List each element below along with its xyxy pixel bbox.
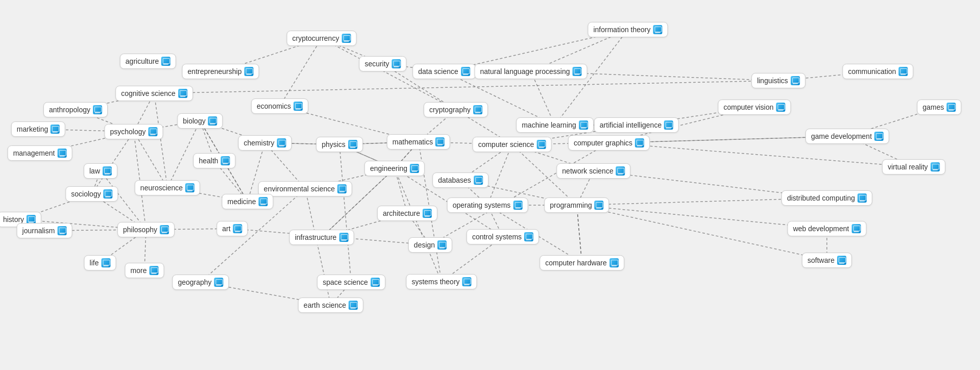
node-engineering[interactable]: engineering	[364, 161, 425, 176]
node-computer_vision[interactable]: computer vision	[718, 100, 791, 115]
node-programming[interactable]: programming	[544, 198, 609, 213]
node-databases[interactable]: databases	[432, 172, 488, 188]
node-icon-engineering	[410, 164, 419, 173]
svg-line-93	[339, 144, 351, 282]
node-label-geography: geography	[178, 278, 211, 286]
node-web_development[interactable]: web development	[788, 221, 867, 236]
node-health[interactable]: health	[193, 153, 235, 168]
node-medicine[interactable]: medicine	[222, 194, 273, 209]
node-icon-cryptography	[473, 105, 482, 114]
node-chemistry[interactable]: chemistry	[238, 135, 292, 151]
node-cryptocurrency[interactable]: cryptocurrency	[287, 31, 357, 46]
node-design[interactable]: design	[408, 237, 452, 253]
node-icon-earth_science	[349, 301, 358, 310]
node-game_development[interactable]: game development	[805, 129, 889, 144]
node-infrastructure[interactable]: infrastructure	[289, 230, 354, 245]
node-icon-architecture	[423, 209, 432, 218]
node-icon-operating_systems	[513, 201, 522, 210]
node-psychology[interactable]: psychology	[104, 124, 163, 139]
node-label-game_development: game development	[811, 132, 872, 140]
node-biology[interactable]: biology	[177, 113, 223, 129]
node-icon-information_theory	[653, 25, 663, 34]
node-label-systems_theory: systems theory	[411, 278, 459, 286]
node-icon-computer_vision	[776, 103, 786, 112]
node-physics[interactable]: physics	[316, 137, 363, 152]
node-communication[interactable]: communication	[842, 64, 913, 79]
node-entrepreneurship[interactable]: entrepreneurship	[182, 64, 259, 79]
node-distributed_computing[interactable]: distributed computing	[781, 190, 872, 206]
node-earth_science[interactable]: earth science	[298, 298, 363, 313]
svg-line-90	[577, 205, 582, 263]
node-label-anthropology: anthropology	[49, 106, 90, 114]
node-software[interactable]: software	[802, 253, 852, 268]
node-icon-cognitive_science	[178, 89, 187, 98]
node-information_theory[interactable]: information theory	[587, 22, 668, 37]
node-icon-network_science	[616, 166, 625, 176]
node-cognitive_science[interactable]: cognitive science	[115, 86, 193, 101]
node-artificial_intelligence[interactable]: artificial intelligence	[594, 117, 679, 133]
node-geography[interactable]: geography	[172, 275, 229, 290]
node-environmental_science[interactable]: environmental science	[258, 181, 352, 196]
node-anthropology[interactable]: anthropology	[43, 102, 108, 117]
node-label-life: life	[90, 259, 99, 267]
node-philosophy[interactable]: philosophy	[117, 222, 175, 237]
node-icon-economics	[293, 102, 303, 111]
node-label-artificial_intelligence: artificial intelligence	[600, 121, 662, 129]
node-neuroscience[interactable]: neuroscience	[135, 180, 200, 195]
node-virtual_reality[interactable]: virtual reality	[882, 159, 945, 175]
node-computer_hardware[interactable]: computer hardware	[540, 255, 624, 270]
node-label-network_science: network science	[562, 167, 613, 175]
svg-line-60	[322, 168, 395, 237]
node-management[interactable]: management	[8, 145, 72, 161]
node-security[interactable]: security	[359, 56, 406, 71]
node-label-virtual_reality: virtual reality	[888, 163, 928, 171]
node-icon-security	[392, 59, 401, 68]
node-icon-computer_science	[536, 140, 546, 149]
node-architecture[interactable]: architecture	[377, 206, 437, 221]
node-icon-natural_language_processing	[572, 67, 581, 76]
node-label-web_development: web development	[793, 225, 849, 233]
node-machine_learning[interactable]: machine learning	[516, 117, 594, 133]
node-icon-philosophy	[160, 225, 169, 234]
node-label-neuroscience: neuroscience	[140, 184, 183, 192]
node-icon-virtual_reality	[930, 162, 940, 171]
node-natural_language_processing[interactable]: natural language processing	[475, 64, 587, 79]
node-icon-databases	[474, 176, 483, 185]
node-cryptography[interactable]: cryptography	[424, 102, 488, 117]
node-icon-health	[221, 156, 230, 165]
node-games[interactable]: games	[917, 100, 961, 115]
node-icon-computer_hardware	[609, 258, 619, 267]
node-agriculture[interactable]: agriculture	[120, 54, 176, 69]
node-marketing[interactable]: marketing	[11, 121, 65, 137]
node-label-law: law	[89, 167, 100, 175]
node-icon-game_development	[874, 132, 884, 141]
node-space_science[interactable]: space science	[317, 275, 385, 290]
node-art[interactable]: art	[216, 221, 248, 236]
node-life[interactable]: life	[84, 255, 116, 270]
node-mathematics[interactable]: mathematics	[387, 134, 450, 150]
node-label-software: software	[807, 256, 835, 264]
node-label-design: design	[414, 241, 435, 249]
node-operating_systems[interactable]: operating systems	[447, 198, 528, 213]
node-label-natural_language_processing: natural language processing	[480, 67, 570, 76]
node-journalism[interactable]: journalism	[17, 223, 72, 238]
node-linguistics[interactable]: linguistics	[751, 73, 805, 88]
node-icon-management	[57, 149, 66, 158]
node-systems_theory[interactable]: systems theory	[406, 274, 477, 289]
node-computer_science[interactable]: computer science	[473, 137, 552, 152]
node-more[interactable]: more	[125, 263, 164, 278]
node-network_science[interactable]: network science	[556, 163, 630, 179]
node-computer_graphics[interactable]: computer graphics	[568, 135, 650, 151]
node-data_science[interactable]: data science	[412, 64, 476, 79]
node-sociology[interactable]: sociology	[65, 186, 118, 202]
svg-line-88	[322, 168, 395, 237]
node-law[interactable]: law	[84, 163, 117, 179]
svg-line-14	[154, 81, 778, 93]
node-label-psychology: psychology	[110, 128, 145, 136]
node-economics[interactable]: economics	[251, 98, 308, 114]
node-icon-games	[947, 103, 956, 112]
node-label-databases: databases	[438, 176, 471, 184]
node-label-journalism: journalism	[22, 227, 55, 235]
node-control_systems[interactable]: control systems	[467, 229, 539, 244]
node-icon-artificial_intelligence	[664, 120, 673, 130]
